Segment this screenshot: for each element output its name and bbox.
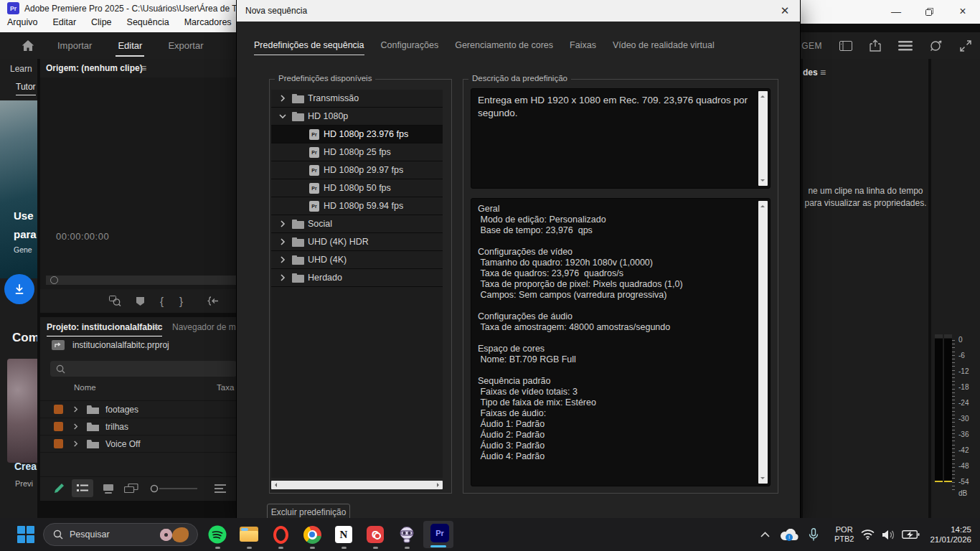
menu-clipe[interactable]: Clipe xyxy=(91,17,112,27)
volume-icon[interactable] xyxy=(882,529,895,540)
tree-folder-transmissao[interactable]: Transmissão xyxy=(271,90,443,108)
tab-source[interactable]: Origem: (nenhum clipe) xyxy=(46,63,143,73)
bin-color-label[interactable] xyxy=(54,422,63,431)
taskbar-app-file-explorer[interactable] xyxy=(238,524,260,545)
tray-chevron-up-icon[interactable] xyxy=(760,532,770,537)
taskbar-app-chrome[interactable] xyxy=(301,524,323,545)
chevron-right-icon[interactable] xyxy=(72,423,79,430)
tab-tutoriais[interactable]: Tutor xyxy=(16,82,36,95)
tab-sequence-presets[interactable]: Predefinições de sequência xyxy=(254,40,364,50)
source-scrubber[interactable] xyxy=(46,276,237,285)
description-scrollbar[interactable] xyxy=(758,91,768,186)
list-view-button[interactable] xyxy=(72,479,93,497)
tree-folder-hd1080p[interactable]: HD 1080p xyxy=(271,108,443,126)
tree-folder-social[interactable]: Social xyxy=(271,215,443,233)
clock[interactable]: 14:25 21/01/2026 xyxy=(930,524,971,545)
window-close-button[interactable]: × xyxy=(951,2,975,21)
tree-folder-herdado[interactable]: Herdado xyxy=(271,269,443,287)
tree-preset-hd1080p-5994[interactable]: Pr HD 1080p 59.94 fps xyxy=(271,197,443,215)
home-icon[interactable] xyxy=(22,39,34,52)
freeform-view-button[interactable] xyxy=(124,484,138,494)
taskbar-app-skull[interactable] xyxy=(396,524,418,545)
search-highlight-image[interactable] xyxy=(159,526,190,545)
bin-row-trilhas[interactable]: trilhas xyxy=(40,418,237,435)
mark-out-icon[interactable]: } xyxy=(179,295,183,307)
tree-preset-hd1080p-25[interactable]: Pr HD 1080p 25 fps xyxy=(271,143,443,161)
mark-in-icon[interactable]: { xyxy=(160,295,164,307)
microphone-icon[interactable] xyxy=(809,528,819,542)
quick-search-icon[interactable] xyxy=(930,39,943,52)
tab-vr-video[interactable]: Vídeo de realidade virtual xyxy=(613,40,715,50)
chevron-right-icon[interactable] xyxy=(279,220,286,227)
tab-importar[interactable]: Importar xyxy=(57,40,92,51)
details-scrollbar[interactable] xyxy=(758,201,768,484)
icon-view-button[interactable] xyxy=(103,484,114,494)
tree-horizontal-scrollbar[interactable] xyxy=(271,481,443,489)
dialog-close-icon[interactable]: ✕ xyxy=(774,1,796,20)
taskbar-search-input[interactable]: Pesquisar xyxy=(43,523,198,546)
chevron-right-icon[interactable] xyxy=(72,406,79,413)
bin-color-label[interactable] xyxy=(54,405,63,414)
taskbar-app-red-c[interactable]: C xyxy=(364,524,386,545)
chevron-down-icon[interactable] xyxy=(279,113,286,120)
properties-panel-menu-icon[interactable]: ≡ xyxy=(820,67,826,77)
go-to-in-icon[interactable] xyxy=(207,296,219,306)
tab-project[interactable]: Projeto: institucionalalfabitc xyxy=(47,322,162,336)
column-taxa[interactable]: Taxa xyxy=(217,383,234,392)
window-minimize-button[interactable]: — xyxy=(884,2,908,21)
start-button[interactable] xyxy=(17,526,34,543)
menu-editar[interactable]: Editar xyxy=(52,17,76,27)
chevron-right-icon[interactable] xyxy=(279,238,286,245)
tab-settings[interactable]: Configurações xyxy=(381,40,439,50)
cloud-sync-icon[interactable]: i xyxy=(780,529,798,541)
tab-tracks[interactable]: Faixas xyxy=(570,40,596,50)
taskbar-app-opera-gx[interactable] xyxy=(270,524,291,545)
tree-preset-hd1080p-23976[interactable]: Pr HD 1080p 23.976 fps xyxy=(271,126,443,143)
tab-learn[interactable]: Learn xyxy=(10,64,32,74)
fullscreen-icon[interactable] xyxy=(960,40,971,52)
bin-row-footages[interactable]: footages xyxy=(40,400,237,418)
panel-layout-icon[interactable] xyxy=(839,41,852,51)
pencil-icon[interactable] xyxy=(54,483,65,494)
tree-folder-uhd4k[interactable]: UHD (4K) xyxy=(271,251,443,269)
tab-editar[interactable]: Editar xyxy=(118,40,142,51)
bin-color-label[interactable] xyxy=(54,439,63,448)
menu-arquivo[interactable]: Arquivo xyxy=(7,17,37,27)
sort-icon[interactable] xyxy=(215,484,226,493)
tutorial-card2-image[interactable] xyxy=(7,359,37,463)
window-restore-button[interactable] xyxy=(917,2,941,21)
tab-exportar[interactable]: Exportar xyxy=(168,40,203,51)
download-tutorial-button[interactable] xyxy=(4,274,34,304)
share-icon[interactable] xyxy=(870,39,881,52)
source-panel-menu-icon[interactable]: ≡ xyxy=(141,63,146,73)
battery-icon[interactable] xyxy=(902,529,920,540)
taskbar-app-notion[interactable]: N xyxy=(333,524,354,545)
project-breadcrumb[interactable]: institucionalalfabitc.prproj xyxy=(72,340,169,350)
zoom-slider[interactable] xyxy=(150,484,199,493)
chevron-right-icon[interactable] xyxy=(72,441,79,447)
menu-marcadores[interactable]: Marcadores xyxy=(184,17,232,27)
tab-media-browser[interactable]: Navegador de mí xyxy=(172,322,237,332)
project-panel-menu-icon[interactable]: ≡ xyxy=(154,322,159,332)
drag-video-icon[interactable] xyxy=(109,296,121,306)
chevron-right-icon[interactable] xyxy=(279,274,286,281)
dialog-titlebar[interactable]: Nova sequência ✕ xyxy=(237,0,800,22)
column-nome[interactable]: Nome xyxy=(74,383,96,392)
wifi-icon[interactable] xyxy=(861,529,875,540)
tab-color-management[interactable]: Gerenciamento de cores xyxy=(455,40,553,50)
folder-up-icon[interactable] xyxy=(52,340,65,350)
tab-properties[interactable]: des xyxy=(803,67,818,77)
bin-row-voice-off[interactable]: Voice Off xyxy=(40,435,237,452)
taskbar-app-premiere-active[interactable]: Pr xyxy=(423,521,453,548)
taskbar-app-spotify[interactable] xyxy=(207,524,228,545)
tree-preset-hd1080p-2997[interactable]: Pr HD 1080p 29.97 fps xyxy=(271,161,443,179)
menu-sequencia[interactable]: Sequência xyxy=(127,17,169,27)
chevron-right-icon[interactable] xyxy=(279,95,286,102)
project-search-input[interactable] xyxy=(50,361,237,377)
tree-preset-hd1080p-50[interactable]: Pr HD 1080p 50 fps xyxy=(271,179,443,197)
playhead-handle[interactable] xyxy=(50,276,58,284)
tree-folder-uhd4k-hdr[interactable]: UHD (4K) HDR xyxy=(271,233,443,251)
language-indicator[interactable]: POR PTB2 xyxy=(834,525,854,544)
workspace-menu-icon[interactable] xyxy=(898,41,913,51)
add-marker-icon[interactable] xyxy=(136,296,145,306)
